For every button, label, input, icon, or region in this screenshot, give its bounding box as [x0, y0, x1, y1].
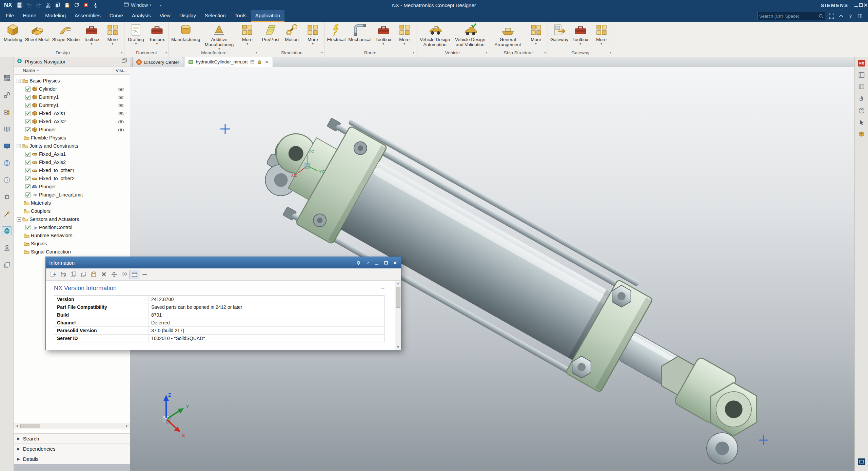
ribbon-group-label[interactable]: Gateway▾ — [549, 50, 612, 56]
scroll-up-icon[interactable]: ▲ — [397, 281, 400, 286]
print-icon[interactable] — [59, 270, 68, 279]
delete-icon[interactable] — [99, 270, 108, 279]
ribbon-group-label[interactable]: Simulation▾ — [260, 50, 323, 56]
ribbon-group-label[interactable]: Document▾ — [125, 50, 167, 56]
move-icon[interactable] — [110, 270, 119, 279]
tree-item-signals[interactable]: Signals — [14, 240, 130, 248]
scroll-left-icon[interactable]: ◂ — [14, 423, 20, 429]
tree-item-cylinder[interactable]: Cylinder — [14, 85, 130, 93]
visibility-eye-icon[interactable] — [118, 128, 124, 132]
ribbon-button-toolbox[interactable]: Toolbox▾ — [570, 22, 591, 50]
assembly-navigator-icon[interactable] — [2, 74, 12, 82]
ribbon-group-label[interactable]: Vehicle▾ — [417, 50, 488, 56]
ribbon-button-modeling[interactable]: Modeling — [2, 22, 24, 50]
ribbon-group-label[interactable]: Design▾ — [2, 50, 123, 56]
ribbon-button-toolbox[interactable]: Toolbox▾ — [81, 22, 102, 50]
tree-item-fixed-axis2[interactable]: Fixed_Axis2 — [14, 117, 130, 126]
ribbon-button-drafting[interactable]: Drafting▾ — [125, 22, 146, 50]
close-icon[interactable] — [264, 59, 269, 64]
tab-discovery-center[interactable]: Discovery Center — [132, 57, 183, 67]
visibility-eye-icon[interactable] — [118, 95, 124, 99]
visibility-eye-icon[interactable] — [118, 111, 124, 115]
part-navigator-icon[interactable] — [2, 108, 12, 116]
visibility-eye-icon[interactable] — [118, 103, 124, 107]
undock-panel-icon[interactable] — [121, 58, 127, 65]
command-search[interactable] — [757, 12, 825, 20]
checkbox-checked-icon[interactable] — [25, 168, 31, 173]
ribbon-button-pre-post[interactable]: Pre/Post — [260, 22, 281, 50]
visibility-eye-icon[interactable] — [118, 87, 124, 91]
cut-icon[interactable] — [44, 1, 52, 9]
copy-icon[interactable] — [79, 270, 88, 279]
ribbon-group-label[interactable]: Route▾ — [326, 50, 415, 56]
display-panels-icon[interactable] — [857, 71, 866, 79]
checkbox-checked-icon[interactable] — [25, 192, 31, 197]
ribbon-button-electrical[interactable]: Electrical — [326, 22, 347, 50]
tree-item-plunger[interactable]: Plunger — [14, 183, 130, 191]
ribbon-button-gateway[interactable]: Gateway — [549, 22, 570, 50]
tree-item-materials[interactable]: Materials — [14, 199, 130, 207]
ribbon-button-more[interactable]: More▾ — [102, 22, 123, 50]
cursor-icon[interactable] — [857, 118, 866, 127]
menu-tab-assemblies[interactable]: Assemblies — [70, 10, 105, 22]
reuse-library-icon[interactable] — [2, 125, 12, 133]
help-icon[interactable]: ? — [363, 259, 372, 266]
maximize-icon[interactable] — [382, 259, 390, 266]
search-input[interactable] — [759, 14, 818, 19]
copy-display-icon[interactable] — [69, 270, 78, 279]
tree-item-fixed-to-other2[interactable]: Fixed_to_other2 — [14, 174, 130, 183]
checkbox-checked-icon[interactable] — [25, 160, 31, 165]
find-icon[interactable] — [120, 270, 129, 279]
tree-item-positioncontrol[interactable]: PositionControl — [14, 223, 130, 231]
tree-item-fixed-axis1[interactable]: Fixed_Axis1 — [14, 150, 130, 158]
paste-icon[interactable] — [63, 1, 71, 9]
ribbon-group-label[interactable]: Ship Structure▾ — [490, 50, 547, 56]
menu-tab-application[interactable]: Application — [251, 10, 284, 22]
tree-item-basic-physics[interactable]: Basic Physics — [14, 77, 130, 85]
tree-item-runtime-behaviors[interactable]: Runtime Behaviors — [14, 231, 130, 240]
ribbon-button-more[interactable]: More▾ — [591, 22, 612, 50]
ribbon-button-more[interactable]: More▾ — [302, 22, 323, 50]
navigator-section-search[interactable]: ▶Search — [14, 433, 130, 444]
tree-item-fixed-axis2[interactable]: Fixed_Axis2 — [14, 158, 130, 166]
ribbon-button-more[interactable]: More▾ — [394, 22, 415, 50]
close-icon[interactable] — [391, 259, 399, 266]
ribbon-button-manufacturing[interactable]: Manufacturing — [170, 22, 202, 50]
minimize-ribbon-icon[interactable] — [837, 12, 845, 20]
information-titlebar[interactable]: Information ? — [46, 257, 401, 268]
ribbon-button-more[interactable]: More▾ — [237, 22, 258, 50]
manufacturing-wizards-icon[interactable] — [2, 210, 12, 218]
navigator-hscrollbar[interactable]: ◂ ▸ — [14, 423, 130, 429]
checkbox-checked-icon[interactable] — [25, 176, 31, 181]
checkbox-checked-icon[interactable] — [25, 152, 31, 157]
menu-tab-curve[interactable]: Curve — [105, 10, 127, 22]
ribbon-button-motion[interactable]: Motion — [281, 22, 302, 50]
export-icon[interactable] — [48, 270, 58, 279]
ribbon-button-vehicle-design-and-validation[interactable]: Vehicle Design and Validation — [453, 22, 488, 50]
visibility-eye-icon[interactable] — [118, 119, 124, 124]
touch-icon[interactable] — [857, 95, 866, 103]
maximize-button[interactable] — [859, 1, 863, 10]
ribbon-button-toolbox[interactable]: Toolbox▾ — [146, 22, 167, 50]
checkbox-checked-icon[interactable] — [25, 87, 31, 92]
tree-item-sensors-and-actuators[interactable]: Sensors and Actuators — [14, 215, 130, 223]
column-name[interactable]: Name▲ — [14, 68, 114, 73]
menu-tab-file[interactable]: File — [1, 10, 18, 22]
record-icon[interactable] — [82, 1, 90, 9]
scroll-right-icon[interactable]: ▸ — [124, 423, 130, 429]
cube-icon[interactable] — [857, 130, 866, 138]
window-menu-button[interactable]: Window ▾ — [123, 2, 151, 8]
hscroll-thumb[interactable] — [20, 424, 40, 428]
menu-tab-display[interactable]: Display — [175, 10, 200, 22]
panel-toggle-icon[interactable] — [856, 12, 864, 20]
collapse-section-icon[interactable]: − — [381, 286, 384, 291]
copy-icon[interactable] — [54, 1, 62, 9]
tree-item-plunger[interactable]: Plunger — [14, 126, 130, 134]
tree-item-joints-and-constraints[interactable]: Joints and Constraints — [14, 142, 130, 150]
web-browser-icon[interactable] — [2, 159, 12, 167]
checkbox-checked-icon[interactable] — [25, 127, 31, 132]
hd3d-tools-icon[interactable] — [2, 142, 12, 150]
help-icon[interactable]: ? — [846, 12, 854, 20]
collapse-icon[interactable] — [17, 217, 21, 222]
vscroll-thumb[interactable] — [396, 287, 400, 308]
